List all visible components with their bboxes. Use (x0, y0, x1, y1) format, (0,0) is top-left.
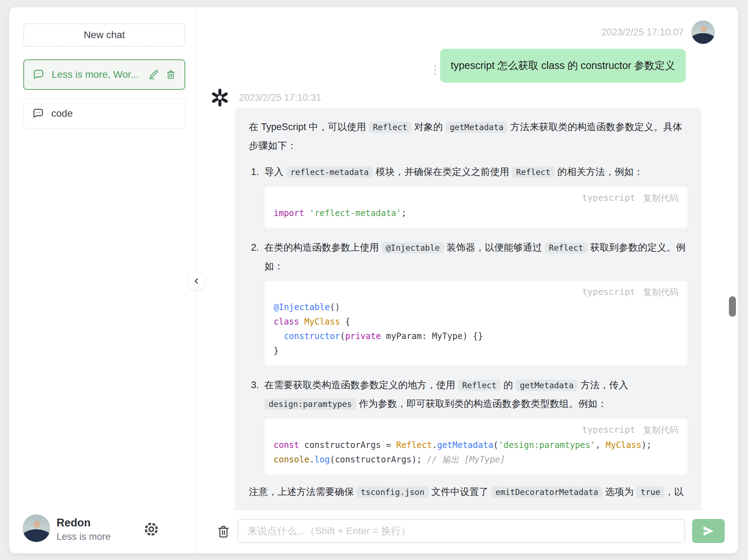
text-run: 作为参数，即可获取到类的构造函数参数类型数组。例如： (356, 398, 607, 409)
text-run: 方法，传入 (578, 380, 629, 390)
sidebar-item-chat-code[interactable]: code (23, 98, 185, 129)
code-token: console (274, 455, 309, 465)
list-item: 1.导入 reflect-metadata 模块，并确保在类定义之前使用 Ref… (251, 163, 688, 228)
inline-code: emitDecoratorMetadata (491, 486, 603, 498)
send-button[interactable] (692, 519, 725, 543)
code-token: import (274, 208, 304, 218)
assistant-message-meta: 2023/2/25 17:10:31 (210, 88, 321, 107)
inline-code: Reflect (369, 122, 411, 133)
code-block: typescript复制代码import 'reflect-metadata'; (264, 187, 688, 228)
code-token: ; (401, 208, 406, 218)
copy-code-button[interactable]: 复制代码 (643, 283, 678, 301)
code-token: constructor (284, 331, 340, 341)
inline-code: getMetadata (515, 380, 578, 391)
message-timestamp: 2023/2/25 17:10:31 (239, 92, 321, 103)
assistant-message-bubble: 在 TypeScript 中，可以使用 Reflect 对象的 getMetad… (235, 108, 702, 511)
app: New chat Less is more, Wor... (0, 0, 748, 560)
text-run: 在 TypeScript 中，可以使用 (249, 122, 369, 132)
code-token: 'design:paramtypes' (498, 440, 596, 450)
clear-chat-button[interactable] (215, 523, 232, 540)
code-token: myParam: MyType) {} (381, 331, 483, 341)
gear-icon (143, 521, 159, 537)
code-token: . (432, 440, 437, 450)
list-item-number: 2. (251, 238, 264, 365)
code-line: @Injectable() (274, 300, 678, 315)
code-token: , (595, 440, 606, 450)
text-run: 在需要获取类构造函数参数定义的地方，使用 (264, 380, 458, 390)
chat-scroll-area[interactable]: 2023/2/25 17:10:07 typescript 怎么获取 class… (197, 7, 738, 511)
code-token: } (274, 346, 279, 356)
delete-icon[interactable] (165, 69, 176, 80)
text-run: 模块，并确保在类定义之前使用 (373, 167, 512, 177)
code-line: class MyClass { (274, 315, 678, 329)
settings-button[interactable] (143, 521, 160, 538)
code-content: @Injectable()class MyClass { constructor… (274, 300, 678, 358)
user-avatar (691, 21, 715, 44)
text-run: 注意，上述方法需要确保 (249, 486, 357, 497)
code-block: typescript复制代码const constructorArgs = Re… (264, 419, 688, 474)
list-item-body: 在类的构造函数参数上使用 @Injectable 装饰器，以便能够通过 Refl… (264, 238, 688, 365)
code-language-label: typescript (582, 283, 635, 301)
chat-item-actions (148, 69, 176, 80)
edit-icon[interactable] (148, 69, 159, 80)
code-block-header: typescript复制代码 (274, 287, 678, 297)
list-item: 3.在需要获取类构造函数参数定义的地方，使用 Reflect 的 getMeta… (251, 376, 688, 474)
code-token: @Injectable (274, 302, 330, 312)
chevron-left-icon (191, 276, 202, 286)
list-item-number: 3. (251, 376, 264, 474)
list-item-number: 1. (251, 163, 264, 228)
new-chat-button[interactable]: New chat (23, 23, 185, 47)
code-token: getMetadata (437, 440, 493, 450)
text-run: 装饰器，以便能够通过 (444, 242, 545, 253)
scrollbar-thumb[interactable] (729, 296, 736, 317)
user-avatar (23, 514, 50, 542)
code-token: ( (493, 440, 498, 450)
text-run: ，以 (665, 486, 684, 497)
code-content: const constructorArgs = Reflect.getMetad… (274, 438, 678, 467)
user-message-row: typescript 怎么获取 class 的 constructor 参数定义 (197, 49, 738, 83)
code-language-label: typescript (582, 189, 635, 207)
inline-code: tsconfig.json (357, 486, 429, 498)
profile-name: Redon (57, 517, 90, 529)
send-icon (702, 524, 715, 538)
sidebar: New chat Less is more, Wor... (9, 7, 197, 553)
sidebar-item-chat-selected[interactable]: Less is more, Wor... (23, 59, 185, 90)
code-token: MyClass (606, 440, 641, 450)
code-line: console.log(constructorArgs); // 输出 [MyT… (274, 453, 678, 467)
text-run: 选项为 (602, 486, 636, 497)
copy-code-button[interactable]: 复制代码 (643, 421, 678, 439)
copy-code-button[interactable]: 复制代码 (643, 189, 678, 207)
openai-logo-icon (210, 88, 230, 107)
composer-bar (197, 511, 738, 553)
code-token: ); (641, 440, 651, 450)
text-run: 文件中设置了 (429, 486, 491, 497)
text-run: 对象的 (411, 122, 445, 132)
code-line: } (274, 344, 678, 358)
code-line: const constructorArgs = Reflect.getMetad… (274, 438, 678, 453)
code-line: constructor(private myParam: MyType) {} (274, 329, 678, 344)
numbered-list: 1.导入 reflect-metadata 模块，并确保在类定义之前使用 Ref… (249, 163, 688, 474)
new-chat-label: New chat (84, 29, 125, 41)
code-token (299, 317, 304, 327)
trash-icon (216, 524, 231, 539)
profile-section: Redon Less is more (9, 514, 196, 553)
message-input[interactable] (238, 519, 685, 543)
code-token: log (315, 455, 330, 465)
user-message-bubble: typescript 怎么获取 class 的 constructor 参数定义 (440, 49, 686, 83)
inline-code: @Injectable (382, 242, 444, 253)
code-token (304, 208, 309, 218)
inline-code: design:paramtypes (264, 398, 356, 410)
code-token: { (340, 317, 350, 327)
code-block-header: typescript复制代码 (274, 425, 678, 435)
code-token: ( (340, 331, 345, 341)
list-item: 2.在类的构造函数参数上使用 @Injectable 装饰器，以便能够通过 Re… (251, 238, 688, 365)
chat-bubble-icon (32, 107, 44, 119)
code-token: constructorArgs = (299, 440, 396, 450)
profile-subtitle: Less is more (57, 531, 111, 542)
code-token: (constructorArgs); (330, 455, 427, 465)
sidebar-collapse-button[interactable] (187, 272, 206, 290)
message-menu-icon[interactable] (434, 65, 436, 75)
chat-bubble-icon (33, 69, 45, 81)
code-token: () (330, 302, 340, 312)
message-timestamp: 2023/2/25 17:10:07 (601, 27, 684, 38)
